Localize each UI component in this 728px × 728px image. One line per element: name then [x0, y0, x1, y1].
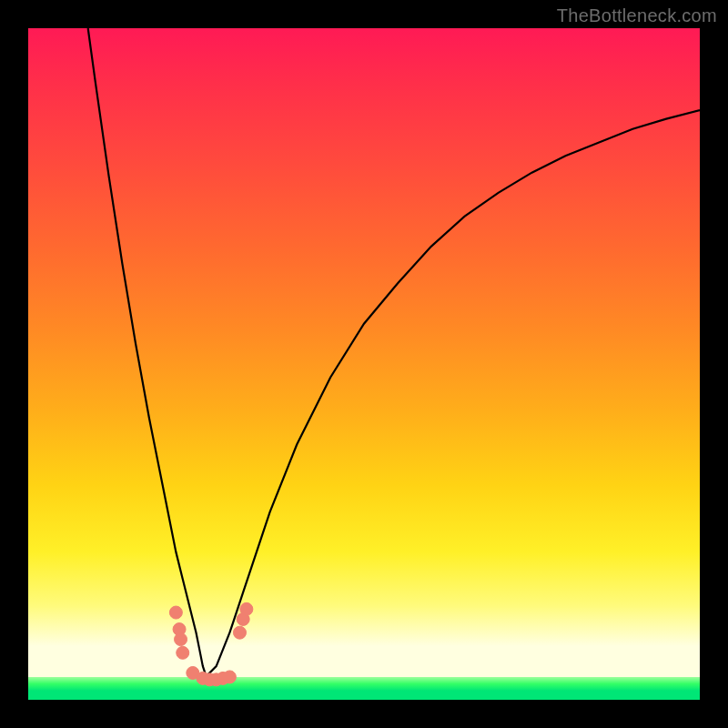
left-branch-curve — [88, 28, 230, 680]
data-point — [240, 602, 253, 615]
data-point — [175, 633, 187, 646]
data-point — [233, 626, 246, 639]
green-band — [28, 677, 700, 700]
curves-group — [88, 28, 700, 680]
watermark: TheBottleneck.com — [557, 5, 717, 26]
data-point — [169, 606, 182, 619]
data-point — [177, 646, 189, 659]
data-point — [173, 623, 186, 636]
data-point — [237, 612, 249, 625]
chart-frame: TheBottleneck.com — [0, 0, 728, 728]
plot-area — [28, 28, 700, 700]
scatter-group — [169, 602, 252, 685]
curve-layer — [28, 28, 700, 700]
right-branch-curve — [203, 110, 700, 680]
